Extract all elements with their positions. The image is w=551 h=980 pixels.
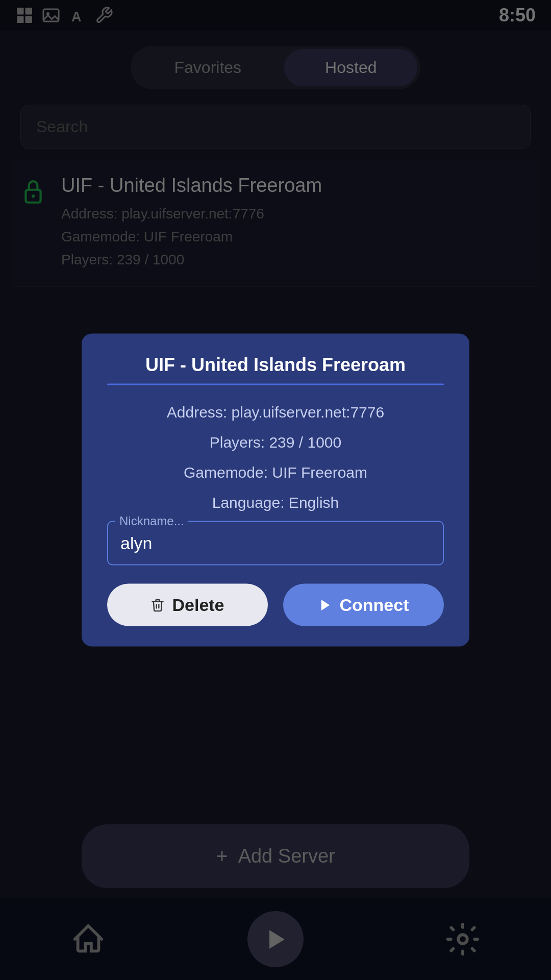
play-icon — [318, 598, 333, 612]
nickname-field-wrapper: Nickname... — [107, 521, 444, 566]
delete-button[interactable]: Delete — [107, 584, 268, 626]
connect-label: Connect — [340, 595, 409, 615]
modal-divider — [107, 384, 444, 385]
nickname-label: Nickname... — [115, 514, 188, 528]
modal-players: Players: 239 / 1000 — [107, 431, 444, 454]
modal-gamemode: Gamemode: UIF Freeroam — [107, 461, 444, 484]
modal-address: Address: play.uifserver.net:7776 — [107, 401, 444, 424]
modal-title: UIF - United Islands Freeroam — [107, 354, 444, 376]
trash-icon — [151, 598, 165, 612]
modal-language: Language: English — [107, 491, 444, 514]
connect-button[interactable]: Connect — [283, 584, 444, 626]
delete-label: Delete — [172, 595, 224, 615]
server-detail-modal: UIF - United Islands Freeroam Address: p… — [82, 334, 469, 647]
modal-buttons: Delete Connect — [107, 584, 444, 626]
svg-marker-9 — [321, 600, 329, 610]
